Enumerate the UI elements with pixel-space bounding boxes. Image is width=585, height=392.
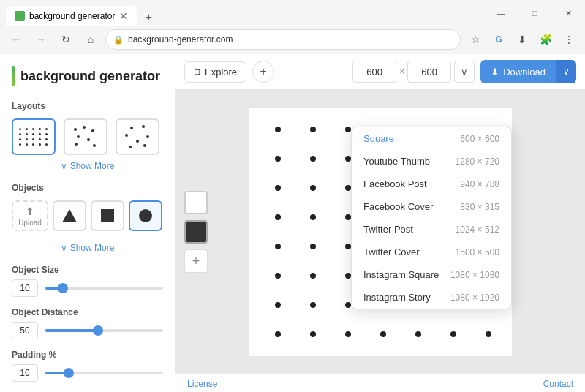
download-group: ⬇ Download ∨: [480, 60, 576, 83]
dropdown-item-twitter-post[interactable]: Twitter Post 1024 × 512: [352, 218, 511, 241]
forward-button[interactable]: →: [31, 29, 51, 50]
svg-point-54: [450, 331, 456, 337]
dropdown-item-twitter-cover[interactable]: Twitter Cover 1500 × 500: [352, 241, 511, 263]
sidebar: background generator Layouts: [0, 54, 176, 392]
black-color-swatch[interactable]: [184, 220, 208, 244]
profile-button[interactable]: G: [488, 29, 509, 50]
layout-scattered-2[interactable]: [116, 118, 159, 155]
svg-point-30: [345, 244, 351, 249]
object-size-slider-control: 10: [12, 279, 163, 297]
object-size-slider[interactable]: [45, 287, 163, 290]
padding-title: Padding %: [12, 350, 163, 360]
svg-point-42: [275, 302, 281, 308]
svg-point-0: [275, 127, 281, 132]
object-size-value: 10: [12, 279, 38, 297]
extensions-button[interactable]: 🧩: [535, 29, 556, 50]
padding-slider[interactable]: [45, 372, 163, 374]
triangle-shape: [62, 209, 77, 222]
object-size-control: Object Size 10: [12, 265, 163, 297]
svg-point-44: [345, 302, 351, 308]
square-object[interactable]: [91, 200, 124, 231]
svg-point-15: [310, 185, 316, 191]
dropdown-item-instagram-square[interactable]: Instagram Square 1080 × 1080: [352, 263, 511, 286]
chevron-down-icon: ∨: [61, 161, 67, 171]
svg-point-51: [345, 331, 351, 337]
svg-point-55: [486, 331, 491, 337]
download-dropdown-button[interactable]: ∨: [556, 60, 576, 83]
width-input[interactable]: [352, 61, 396, 83]
new-tab-button[interactable]: +: [140, 9, 157, 26]
show-more-objects[interactable]: ∨ Show More: [12, 243, 163, 253]
add-template-button[interactable]: +: [252, 61, 274, 83]
dimensions-dropdown: Square 600 × 600 Youtube Thumb 1280 × 72…: [351, 127, 512, 309]
object-distance-slider[interactable]: [45, 329, 163, 332]
height-input[interactable]: [407, 61, 451, 83]
add-color-button[interactable]: +: [184, 249, 208, 273]
address-bar: ← → ↻ ⌂ 🔒 background-generator.com ☆ G ⬇…: [0, 26, 585, 54]
square-shape: [101, 209, 114, 222]
active-tab[interactable]: background generator ✕: [6, 6, 137, 26]
white-color-swatch[interactable]: [184, 191, 208, 214]
lock-icon: 🔒: [113, 35, 124, 45]
maximize-button[interactable]: □: [518, 0, 551, 26]
object-distance-value: 50: [12, 322, 38, 339]
url-bar[interactable]: 🔒 background-generator.com: [105, 29, 461, 50]
contact-link[interactable]: Contact: [543, 379, 573, 389]
back-button[interactable]: ←: [6, 29, 26, 50]
minimize-button[interactable]: —: [484, 0, 518, 26]
svg-point-49: [275, 331, 281, 337]
svg-point-53: [415, 331, 421, 337]
show-more-layouts[interactable]: ∨ Show More: [12, 161, 163, 171]
dropdown-item-youtube[interactable]: Youtube Thumb 1280 × 720: [352, 150, 511, 173]
layout-dot: [19, 128, 21, 130]
padding-value: 10: [12, 364, 38, 382]
dropdown-item-square[interactable]: Square 600 × 600: [352, 127, 511, 150]
refresh-button[interactable]: ↻: [56, 29, 76, 50]
download-button[interactable]: ⬇ Download: [480, 60, 556, 83]
close-button[interactable]: ✕: [551, 0, 585, 26]
chevron-down-icon-2: ∨: [61, 243, 67, 253]
url-text: background-generator.com: [128, 34, 453, 45]
object-size-title: Object Size: [12, 265, 163, 275]
dimension-group: × ∨: [352, 61, 475, 83]
layout-scattered[interactable]: [64, 118, 107, 155]
dropdown-item-fb-post[interactable]: Facebook Post 940 × 788: [352, 173, 511, 195]
objects-title: Objects: [12, 183, 163, 193]
object-distance-control: Object Distance 50: [12, 307, 163, 339]
svg-point-28: [275, 244, 281, 249]
svg-point-36: [310, 273, 316, 279]
app: background generator Layouts: [0, 54, 585, 392]
tab-bar: background generator ✕ + — □ ✕: [0, 0, 585, 26]
download-manager-button[interactable]: ⬇: [512, 29, 532, 50]
menu-button[interactable]: ⋮: [559, 29, 579, 50]
upload-button[interactable]: ⬆ Upload: [12, 200, 48, 231]
dropdown-item-fb-cover[interactable]: Facebook Cover 830 × 315: [352, 195, 511, 218]
layouts-grid: [12, 118, 163, 155]
object-distance-slider-control: 50: [12, 322, 163, 339]
dimensions-dropdown-button[interactable]: ∨: [454, 61, 475, 83]
triangle-object[interactable]: [53, 200, 86, 231]
explore-button[interactable]: ⊞ Explore: [184, 61, 246, 83]
home-button[interactable]: ⌂: [80, 29, 101, 50]
layout-dots-grid[interactable]: [12, 118, 56, 155]
window-controls: — □ ✕: [484, 0, 585, 26]
circle-object[interactable]: [129, 200, 162, 231]
svg-point-23: [345, 214, 351, 220]
logo-text: background generator: [20, 69, 160, 84]
dropdown-item-instagram-story[interactable]: Instagram Story 1080 × 1920: [352, 286, 511, 309]
tab-close-button[interactable]: ✕: [119, 10, 128, 22]
bookmark-button[interactable]: ☆: [465, 29, 486, 50]
license-link[interactable]: License: [187, 379, 217, 389]
svg-point-29: [310, 244, 316, 249]
footer: License Contact: [176, 374, 585, 392]
svg-point-7: [275, 156, 281, 162]
circle-shape: [139, 209, 152, 222]
padding-slider-control: 10: [12, 364, 163, 382]
browser-icons: ☆ G ⬇ 🧩 ⋮: [465, 29, 579, 50]
svg-point-21: [275, 214, 281, 220]
svg-point-52: [380, 331, 386, 337]
svg-point-22: [310, 214, 316, 220]
svg-point-9: [345, 156, 351, 162]
svg-point-1: [310, 127, 316, 132]
layouts-title: Layouts: [12, 101, 163, 111]
